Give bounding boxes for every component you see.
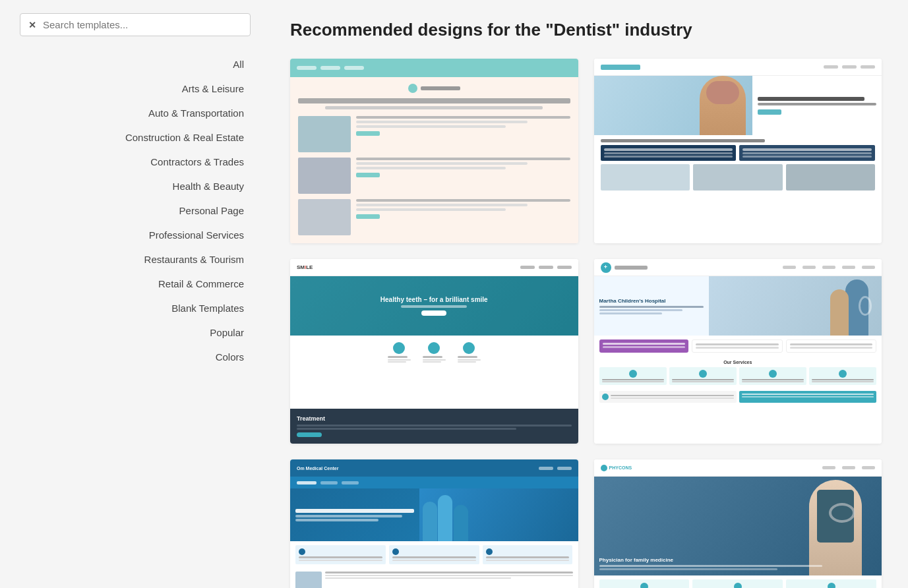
t4-nav-bar: +	[594, 259, 882, 276]
t2-nav-bar	[594, 59, 882, 76]
template-card-t5[interactable]: Om Medical Center	[290, 459, 578, 588]
t5-sub-nav	[290, 477, 578, 488]
t3-icons	[290, 336, 578, 369]
t5-content-rows	[290, 568, 578, 588]
main-content: Recommended designs for the "Dentist" in…	[264, 0, 908, 588]
sidebar-item-personal-page[interactable]: Personal Page	[20, 198, 251, 223]
sidebar-item-construction-real-estate[interactable]: Construction & Real Estate	[20, 125, 251, 150]
sidebar-item-blank-templates[interactable]: Blank Templates	[20, 296, 251, 320]
template-preview-t1	[290, 59, 578, 243]
t1-nav	[290, 59, 578, 77]
sidebar: ✕ Dentist All Arts & Leisure Auto & Tran…	[0, 0, 264, 588]
template-card-t1[interactable]	[290, 59, 578, 243]
t4-services-section: Our Services	[594, 357, 882, 388]
t3-dark-section: Treatment	[290, 409, 578, 444]
template-preview-t2	[594, 59, 882, 243]
t1-nav-dot-3	[344, 66, 364, 70]
page-title: Recommended designs for the "Dentist" in…	[290, 20, 882, 40]
sidebar-item-health-beauty[interactable]: Health & Beauty	[20, 174, 251, 198]
template-card-t4[interactable]: + Martha Children's Hospital	[594, 259, 882, 444]
template-card-t2[interactable]	[594, 59, 882, 243]
search-box[interactable]: ✕ Dentist	[20, 13, 251, 36]
sidebar-item-all[interactable]: All	[20, 52, 251, 76]
t4-stats-row	[594, 336, 882, 357]
t2-lower	[594, 135, 882, 194]
t6-hero-image: Physician for family medicine	[594, 477, 882, 575]
category-nav: All Arts & Leisure Auto & Transportation…	[20, 52, 251, 369]
t1-body	[290, 77, 578, 243]
template-preview-t3: SMILE Healthy teeth – for a brilliant sm…	[290, 259, 578, 444]
clear-search-icon[interactable]: ✕	[28, 20, 36, 30]
t6-info-section	[594, 575, 882, 588]
sidebar-item-restaurants-tourism[interactable]: Restaurants & Tourism	[20, 247, 251, 272]
sidebar-item-colors[interactable]: Colors	[20, 345, 251, 369]
t3-nav-bar: SMILE	[290, 259, 578, 276]
sidebar-item-auto-transportation[interactable]: Auto & Transportation	[20, 101, 251, 125]
t4-hero-area: Martha Children's Hospital	[594, 276, 882, 336]
sidebar-item-arts-leisure[interactable]: Arts & Leisure	[20, 76, 251, 101]
template-preview-t6: PHYCONS	[594, 459, 882, 588]
t4-expert-row	[594, 388, 882, 405]
template-card-t3[interactable]: SMILE Healthy teeth – for a brilliant sm…	[290, 259, 578, 444]
t2-hero	[594, 76, 882, 135]
sidebar-item-retail-commerce[interactable]: Retail & Commerce	[20, 272, 251, 296]
t6-nav-bar: PHYCONS	[594, 459, 882, 477]
t1-nav-dot-1	[297, 66, 317, 70]
templates-grid: SMILE Healthy teeth – for a brilliant sm…	[290, 59, 882, 588]
sidebar-item-contractors-trades[interactable]: Contractors & Trades	[20, 150, 251, 174]
t5-hero-area	[290, 488, 578, 541]
t5-nav-bar: Om Medical Center	[290, 459, 578, 477]
sidebar-item-professional-services[interactable]: Professional Services	[20, 223, 251, 247]
template-card-t6[interactable]: PHYCONS	[594, 459, 882, 588]
template-preview-t4: + Martha Children's Hospital	[594, 259, 882, 444]
t5-info-boxes	[290, 541, 578, 568]
search-input[interactable]: Dentist	[43, 19, 242, 30]
t1-nav-dot-2	[320, 66, 340, 70]
t3-hero: Healthy teeth – for a brilliant smile	[290, 276, 578, 336]
template-preview-t5: Om Medical Center	[290, 459, 578, 588]
sidebar-item-popular[interactable]: Popular	[20, 320, 251, 345]
